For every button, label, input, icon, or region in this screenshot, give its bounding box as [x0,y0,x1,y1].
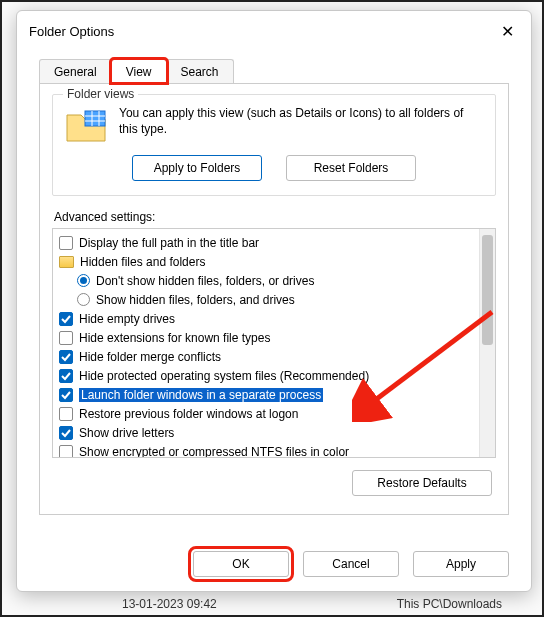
apply-to-folders-button[interactable]: Apply to Folders [132,155,262,181]
setting-show-hidden[interactable]: Show hidden files, folders, and drives [59,290,477,309]
advanced-settings-list[interactable]: Display the full path in the title bar H… [53,229,479,457]
folder-icon [59,256,74,268]
setting-label: Launch folder windows in a separate proc… [79,388,323,402]
status-date: 13-01-2023 09:42 [122,597,217,611]
setting-hide-merge[interactable]: Hide folder merge conflicts [59,347,477,366]
reset-folders-button[interactable]: Reset Folders [286,155,416,181]
setting-hide-protected[interactable]: Hide protected operating system files (R… [59,366,477,385]
checkbox-icon[interactable] [59,407,73,421]
setting-label: Hide empty drives [79,312,175,326]
folder-views-group: Folder views You can apply this view (su… [52,94,496,196]
dialog-title: Folder Options [29,24,114,39]
setting-label: Show hidden files, folders, and drives [96,293,295,307]
advanced-settings-label: Advanced settings: [54,210,496,224]
folder-views-text: You can apply this view (such as Details… [119,105,483,137]
radio-icon[interactable] [77,274,90,287]
tab-view[interactable]: View [111,59,167,83]
status-path: This PC\Downloads [397,597,502,611]
setting-hidden-group[interactable]: Hidden files and folders [59,252,477,271]
checkbox-icon[interactable] [59,236,73,250]
apply-button[interactable]: Apply [413,551,509,577]
setting-dont-show-hidden[interactable]: Don't show hidden files, folders, or dri… [59,271,477,290]
cancel-button[interactable]: Cancel [303,551,399,577]
setting-label: Show encrypted or compressed NTFS files … [79,445,349,458]
setting-label: Display the full path in the title bar [79,236,259,250]
checkbox-icon[interactable] [59,445,73,458]
checkbox-icon[interactable] [59,350,73,364]
advanced-settings-box: Display the full path in the title bar H… [52,228,496,458]
tab-search[interactable]: Search [166,59,234,83]
checkbox-icon[interactable] [59,369,73,383]
setting-label: Hide extensions for known file types [79,331,270,345]
tab-strip: General View Search [39,55,531,83]
checkbox-icon[interactable] [59,312,73,326]
setting-full-path[interactable]: Display the full path in the title bar [59,233,477,252]
setting-label: Restore previous folder windows at logon [79,407,298,421]
setting-hide-empty[interactable]: Hide empty drives [59,309,477,328]
checkbox-icon[interactable] [59,426,73,440]
setting-show-encrypted[interactable]: Show encrypted or compressed NTFS files … [59,442,477,457]
folder-views-label: Folder views [63,87,138,101]
titlebar: Folder Options ✕ [17,11,531,47]
checkbox-icon[interactable] [59,331,73,345]
setting-restore-prev[interactable]: Restore previous folder windows at logon [59,404,477,423]
svg-rect-0 [85,111,105,126]
setting-hide-ext[interactable]: Hide extensions for known file types [59,328,477,347]
checkbox-icon[interactable] [59,388,73,402]
scrollbar[interactable] [479,229,495,457]
setting-label: Hidden files and folders [80,255,205,269]
folder-icon [65,107,107,145]
ok-button[interactable]: OK [193,551,289,577]
setting-label: Show drive letters [79,426,174,440]
dialog-button-row: OK Cancel Apply [17,551,531,577]
screenshot-frame: Folder Options ✕ General View Search Fol… [0,0,544,617]
scrollbar-thumb[interactable] [482,235,493,345]
radio-icon[interactable] [77,293,90,306]
tab-general[interactable]: General [39,59,112,83]
setting-label: Hide protected operating system files (R… [79,369,369,383]
background-statusbar: 13-01-2023 09:42 This PC\Downloads [122,597,502,611]
restore-defaults-button[interactable]: Restore Defaults [352,470,492,496]
setting-launch-separate[interactable]: Launch folder windows in a separate proc… [59,385,477,404]
folder-options-dialog: Folder Options ✕ General View Search Fol… [16,10,532,592]
setting-label: Hide folder merge conflicts [79,350,221,364]
tab-panel-view: Folder views You can apply this view (su… [39,83,509,515]
setting-show-drive[interactable]: Show drive letters [59,423,477,442]
close-icon[interactable]: ✕ [495,19,519,43]
setting-label: Don't show hidden files, folders, or dri… [96,274,314,288]
